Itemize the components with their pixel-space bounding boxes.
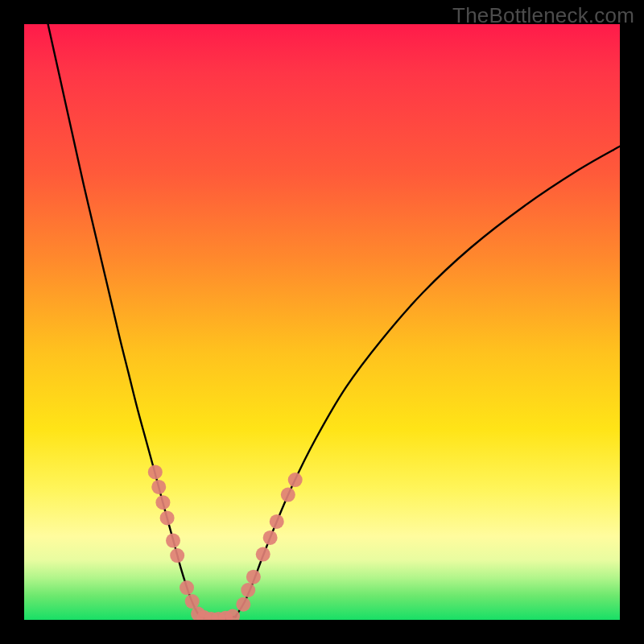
data-dot (236, 597, 250, 612)
data-dot (281, 488, 295, 502)
data-dot (270, 514, 284, 529)
data-dot (288, 473, 303, 487)
data-dot (246, 570, 261, 584)
chart-svg (24, 24, 620, 620)
bottleneck-curve (48, 24, 620, 620)
data-dot (155, 495, 170, 510)
data-dot (160, 510, 175, 525)
data-dot (256, 547, 270, 562)
data-dot (180, 580, 194, 595)
data-dot (225, 609, 240, 620)
dot-layer (148, 464, 303, 620)
chart-container: TheBottleneck.com (0, 0, 644, 644)
data-dot (151, 480, 166, 494)
data-dot (185, 594, 200, 609)
data-dot (263, 530, 278, 545)
data-dot (170, 548, 184, 563)
data-dot (148, 464, 163, 479)
plot-area (24, 24, 620, 620)
data-dot (166, 534, 180, 548)
data-dot (241, 583, 255, 597)
line-layer (48, 24, 620, 620)
